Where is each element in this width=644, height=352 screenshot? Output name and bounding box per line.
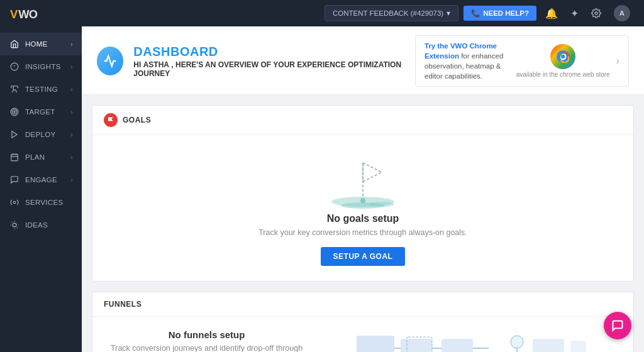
chat-bubble-button[interactable]: [604, 312, 631, 339]
sidebar-item-label: TESTING: [25, 85, 58, 93]
sidebar-item-insights[interactable]: INSIGHTS ›: [0, 55, 82, 78]
sidebar-item-services[interactable]: SErvIces: [0, 191, 82, 214]
svg-point-6: [13, 110, 17, 114]
need-help-button[interactable]: 📞 NEED HELP?: [464, 6, 536, 21]
goals-card: GOALS No goals setup Track your k: [92, 105, 634, 282]
services-icon: [9, 197, 20, 208]
chevron-right-icon: ›: [70, 154, 73, 161]
insights-icon: [9, 61, 20, 72]
banner-arrow-icon[interactable]: ›: [616, 55, 619, 67]
plus-icon: ✦: [570, 8, 579, 19]
content-feedback-button[interactable]: CONTENT FEEDBACK (#429073) ▾: [325, 5, 458, 21]
svg-rect-9: [11, 154, 18, 161]
svg-point-14: [13, 223, 16, 227]
goals-card-title: GOALS: [123, 116, 151, 124]
goals-empty-illustration: [319, 150, 407, 213]
chrome-banner-text: Try the VWO Chrome Extension for enhance…: [425, 41, 510, 81]
user-profile-button[interactable]: A: [610, 3, 634, 24]
sidebar-item-label: ENGAGE: [25, 176, 57, 184]
svg-point-21: [595, 12, 597, 14]
gear-icon: [591, 8, 601, 18]
funnels-empty-desc: Track conversion journeys and identify d…: [108, 344, 306, 352]
sidebar-item-label: TARGET: [25, 108, 55, 116]
sidebar-item-home[interactable]: HOME ›: [0, 33, 82, 55]
subtitle-suffix: , HERE'S AN OVERVIEW OF YOUR EXPERIENCE …: [133, 60, 401, 78]
funnels-empty-title: No funnels setup: [108, 329, 306, 340]
plus-button[interactable]: ✦: [567, 5, 582, 22]
svg-marker-25: [108, 118, 113, 121]
chrome-icon: [550, 44, 575, 69]
sidebar-item-ideas[interactable]: IDEAS: [0, 214, 82, 236]
funnels-card-title: FUNNELS: [104, 300, 142, 309]
subtitle-prefix: HI: [133, 60, 141, 69]
chevron-right-icon: ›: [70, 86, 73, 93]
target-icon: [9, 106, 20, 118]
svg-point-24: [561, 55, 565, 59]
funnels-card: FUNNELS No funnels setup Track conversio…: [92, 292, 634, 352]
testing-icon: [9, 84, 20, 95]
page-header: DASHBOARD HI ASTHA , HERE'S AN OVERVIEW …: [82, 26, 644, 95]
svg-point-28: [369, 202, 394, 207]
svg-rect-35: [441, 339, 473, 352]
plan-icon: [9, 151, 20, 163]
sidebar-item-label: IDEAS: [25, 221, 48, 229]
setup-goal-button[interactable]: SETUP A GOAL: [321, 247, 406, 266]
main-content: DASHBOARD HI ASTHA , HERE'S AN OVERVIEW …: [82, 26, 644, 352]
user-avatar-icon: A: [614, 5, 630, 21]
sidebar-item-label: HOME: [25, 40, 48, 48]
goals-empty-title: No goals setup: [327, 213, 399, 224]
sidebar: V WO HOME › INSIGHTS › TESTING ›: [0, 0, 82, 352]
sidebar-item-plan[interactable]: PLAN ›: [0, 146, 82, 168]
svg-rect-42: [533, 339, 564, 352]
svg-line-17: [11, 222, 12, 223]
goals-flag-icon: [104, 113, 118, 127]
notifications-button[interactable]: 🔔: [541, 5, 562, 22]
funnels-card-body: No funnels setup Track conversion journe…: [92, 317, 633, 352]
svg-point-39: [511, 336, 523, 348]
chevron-right-icon: ›: [70, 41, 73, 48]
content-feedback-label: CONTENT FEEDBACK (#429073): [333, 9, 443, 17]
chevron-right-icon: ›: [70, 177, 73, 184]
chrome-extension-banner: Try the VWO Chrome Extension for enhance…: [415, 35, 629, 87]
logo-area: V WO: [0, 0, 82, 30]
goals-card-body: No goals setup Track your key conversion…: [92, 135, 633, 281]
sidebar-item-engage[interactable]: ENGAGE ›: [0, 168, 82, 191]
chevron-right-icon: ›: [70, 63, 73, 70]
svg-rect-32: [357, 336, 394, 352]
svg-text:WO: WO: [18, 8, 37, 21]
sidebar-item-target[interactable]: TARGET ›: [0, 101, 82, 123]
sidebar-item-deploy[interactable]: DEPLOY ›: [0, 123, 82, 146]
topbar: CONTENT FEEDBACK (#429073) ▾ 📞 NEED HELP…: [82, 0, 644, 26]
deploy-icon: [9, 129, 20, 140]
phone-icon: 📞: [471, 9, 480, 18]
funnels-card-header: FUNNELS: [92, 292, 633, 317]
svg-point-31: [360, 198, 365, 203]
svg-point-7: [14, 111, 15, 113]
settings-button[interactable]: [587, 6, 605, 21]
sidebar-item-testing[interactable]: TESTING ›: [0, 78, 82, 101]
svg-rect-43: [570, 341, 586, 352]
funnels-left-panel: No funnels setup Track conversion journe…: [108, 329, 306, 352]
need-help-label: NEED HELP?: [483, 9, 529, 17]
goals-card-header: GOALS: [92, 106, 633, 135]
page-subtitle: HI ASTHA , HERE'S AN OVERVIEW OF YOUR EX…: [133, 60, 415, 78]
chevron-right-icon: ›: [70, 131, 73, 138]
funnels-illustration: [321, 329, 618, 352]
funnel-diagram: [350, 329, 589, 352]
home-icon: [9, 38, 20, 50]
header-left: DASHBOARD HI ASTHA , HERE'S AN OVERVIEW …: [97, 45, 415, 78]
svg-marker-8: [12, 131, 17, 138]
sidebar-item-label: PLAN: [25, 153, 45, 161]
vwo-logo: V WO: [10, 8, 42, 25]
ideas-icon: [9, 219, 20, 231]
svg-rect-33: [401, 339, 432, 352]
sidebar-item-label: SErvIces: [25, 199, 63, 206]
sidebar-item-label: INSIGHTS: [25, 63, 61, 70]
bell-icon: 🔔: [545, 8, 558, 19]
sidebar-navigation: HOME › INSIGHTS › TESTING › TARGET ›: [0, 33, 82, 236]
chevron-right-icon: ›: [70, 109, 73, 116]
header-text: DASHBOARD HI ASTHA , HERE'S AN OVERVIEW …: [133, 45, 415, 78]
dashboard-icon-circle: [97, 47, 123, 75]
page-title: DASHBOARD: [133, 45, 415, 59]
sidebar-item-label: DEPLOY: [25, 131, 55, 138]
